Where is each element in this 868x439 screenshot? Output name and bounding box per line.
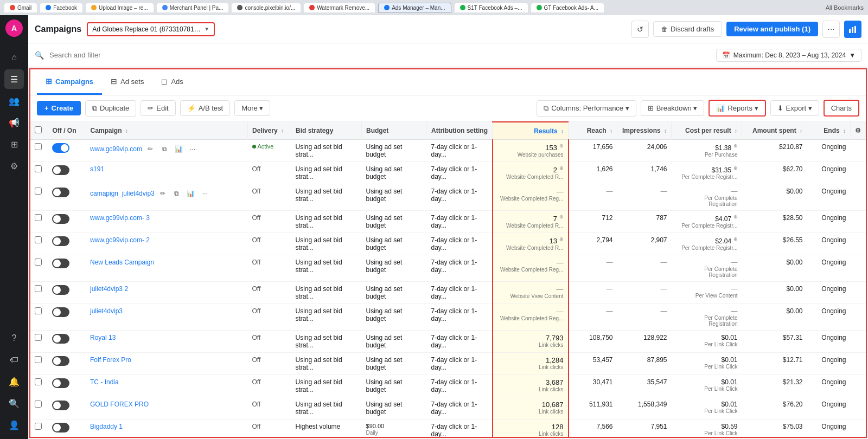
sidebar-icon-settings[interactable]: ⚙ (4, 156, 24, 176)
toggle-switch-off[interactable] (52, 356, 69, 366)
row-toggle-cell[interactable] (48, 233, 86, 255)
charts-button[interactable]: Charts (824, 100, 859, 117)
toggle-switch-on[interactable] (52, 143, 69, 153)
header-amount[interactable]: Amount spent ↕ (742, 122, 807, 140)
charts-sidebar-button[interactable] (844, 21, 861, 38)
campaign-selector[interactable]: Ad Globes Replace 01 (87331078101... ▼ (87, 22, 215, 36)
sidebar-icon-users[interactable]: 👥 (4, 91, 24, 111)
header-ends[interactable]: Ends ↕ (807, 122, 851, 140)
sidebar-icon-question[interactable]: ? (4, 328, 24, 348)
campaign-name-link[interactable]: GOLD FOREX PRO (90, 401, 149, 408)
campaign-name-link[interactable]: juliet4dvip3 2 (90, 285, 128, 293)
row-checkbox-cell[interactable] (30, 211, 48, 233)
reports-button[interactable]: 📊 Reports ▾ (709, 100, 765, 117)
row-checkbox-cell[interactable] (30, 331, 48, 353)
campaign-name-link[interactable]: juliet4dvip3 (90, 307, 123, 315)
tab-ads-manager[interactable]: Ads Manager – Man... (378, 3, 451, 13)
row-checkbox[interactable] (35, 307, 42, 314)
sidebar-icon-home[interactable]: ⌂ (4, 48, 24, 67)
toggle-switch-off[interactable] (52, 188, 69, 197)
toggle-switch-off[interactable] (52, 423, 69, 432)
edit-row-icon[interactable]: ✏ (144, 143, 156, 155)
row-toggle-cell[interactable] (48, 255, 86, 282)
tab-gmail[interactable]: Gmail (4, 3, 37, 12)
row-checkbox[interactable] (35, 165, 42, 172)
refresh-button[interactable]: ↺ (631, 21, 649, 38)
tab-ads[interactable]: ◻ Ads (152, 69, 192, 95)
columns-button[interactable]: ⧉ Columns: Performance ▾ (537, 100, 636, 117)
campaign-name-link[interactable]: Folf Forex Pro (90, 356, 131, 364)
toggle-switch-off[interactable] (52, 165, 69, 175)
user-avatar[interactable]: A (5, 20, 23, 37)
row-checkbox[interactable] (35, 143, 42, 150)
row-checkbox-cell[interactable] (30, 304, 48, 331)
date-range-picker[interactable]: 📅 Maximum: Dec 8, 2023 – Aug 13, 2024 ▼ (716, 49, 861, 62)
row-toggle-cell[interactable] (48, 211, 86, 233)
row-checkbox-cell[interactable] (30, 140, 48, 162)
tab-pixelbin[interactable]: console.pixelbin.io/... (232, 3, 301, 12)
row-checkbox-cell[interactable] (30, 162, 48, 184)
row-toggle-cell[interactable] (48, 184, 86, 211)
toggle-switch-off[interactable] (52, 236, 69, 246)
edit-button[interactable]: ✏ Edit (141, 100, 175, 116)
row-checkbox-cell[interactable] (30, 397, 48, 419)
campaign-name-link[interactable]: www.gc99vip.com- 3 (90, 214, 150, 222)
tab-watermark[interactable]: Watermark Remove... (304, 3, 375, 12)
sidebar-icon-list[interactable]: ☰ (4, 69, 24, 89)
discard-drafts-button[interactable]: Discard drafts (653, 21, 722, 37)
tab-gt[interactable]: GT Facebook Ads- A... (531, 3, 604, 12)
more-row-icon[interactable]: ··· (199, 188, 211, 199)
toggle-switch-off[interactable] (52, 307, 69, 317)
row-checkbox-cell[interactable] (30, 184, 48, 211)
row-toggle-cell[interactable] (48, 397, 86, 419)
row-checkbox[interactable] (35, 401, 42, 408)
export-button[interactable]: ⬇ Export ▾ (770, 100, 819, 116)
header-campaign[interactable]: Campaign ↕ (86, 122, 248, 140)
toggle-switch-off[interactable] (52, 285, 69, 295)
sidebar-icon-notification[interactable]: 🔔 (4, 372, 24, 391)
row-toggle-cell[interactable] (48, 331, 86, 353)
campaign-name-link[interactable]: camapign_juliet4dvip3 (90, 190, 155, 197)
select-all-checkbox[interactable] (35, 126, 42, 133)
toggle-switch-off[interactable] (52, 259, 69, 268)
more-row-icon[interactable]: ··· (187, 143, 199, 155)
tab-adsets[interactable]: ⊟ Ad sets (102, 69, 152, 95)
row-checkbox[interactable] (35, 356, 42, 363)
edit-row-icon[interactable]: ✏ (157, 188, 169, 199)
search-input[interactable] (49, 51, 377, 59)
campaign-name-link[interactable]: s191 (90, 165, 104, 173)
row-checkbox-cell[interactable] (30, 255, 48, 282)
row-toggle-cell[interactable] (48, 162, 86, 184)
tab-upload[interactable]: Upload Image – re... (86, 3, 154, 12)
more-button[interactable]: More ▾ (234, 100, 270, 116)
campaign-name-link[interactable]: New Leads Campaign (90, 259, 154, 266)
row-checkbox[interactable] (35, 214, 42, 221)
header-results[interactable]: Results ↕ (493, 122, 569, 140)
header-cpr[interactable]: Cost per result ↕ (672, 122, 742, 140)
duplicate-row-icon[interactable]: ⧉ (158, 143, 170, 155)
sidebar-icon-megaphone[interactable]: 📢 (4, 113, 24, 132)
row-checkbox[interactable] (35, 259, 42, 266)
ab-test-button[interactable]: ⚡ A/B test (180, 100, 231, 116)
sidebar-icon-tag[interactable]: 🏷 (4, 350, 24, 370)
duplicate-button[interactable]: ⧉ Duplicate (85, 100, 136, 117)
toggle-switch-off[interactable] (52, 378, 69, 388)
row-checkbox[interactable] (35, 423, 42, 430)
header-checkbox[interactable] (30, 122, 48, 140)
chart-row-icon[interactable]: 📊 (185, 188, 197, 199)
tab-s1t[interactable]: S1T Facebook Ads –... (455, 3, 528, 12)
tab-merchant[interactable]: Merchant Panel | Pa... (157, 3, 229, 12)
duplicate-row-icon[interactable]: ⧉ (171, 188, 183, 199)
campaign-name-link[interactable]: www.gc99vip.com- 2 (90, 236, 150, 244)
row-checkbox[interactable] (35, 188, 42, 195)
chart-row-icon[interactable]: 📊 (173, 143, 184, 155)
toggle-switch-off[interactable] (52, 334, 69, 344)
more-options-button[interactable]: ··· (822, 21, 840, 38)
row-checkbox[interactable] (35, 378, 42, 385)
toggle-switch-off[interactable] (52, 401, 69, 410)
breakdown-button[interactable]: ⊞ Breakdown ▾ (641, 100, 705, 116)
row-checkbox[interactable] (35, 236, 42, 243)
review-publish-button[interactable]: Review and publish (1) (726, 22, 818, 36)
row-toggle-cell[interactable] (48, 375, 86, 397)
sidebar-icon-search[interactable]: 🔍 (4, 393, 24, 413)
